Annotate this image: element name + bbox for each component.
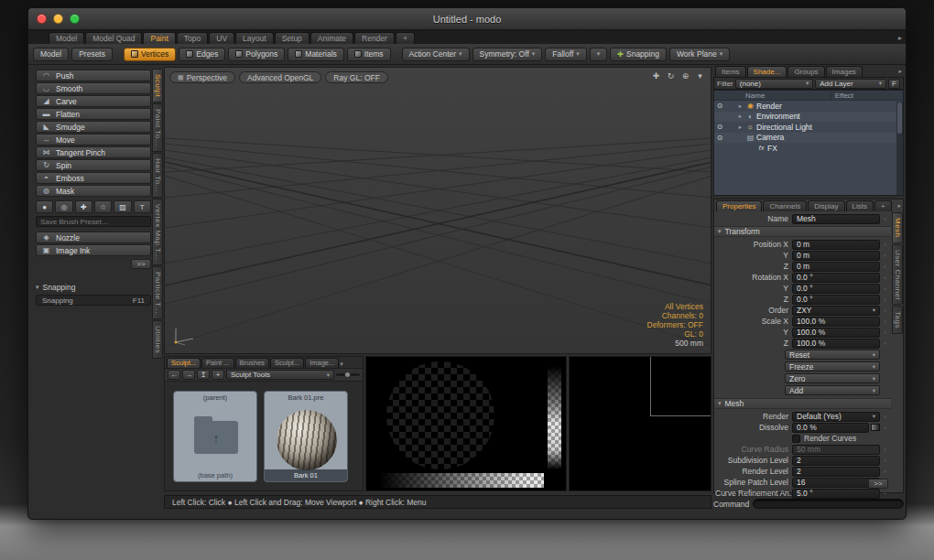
mode-vertices-button[interactable]: Vertices [124,48,176,61]
mode-items-button[interactable]: Items [347,48,391,61]
tab-uv[interactable]: UV [209,32,234,44]
falloff-options-button[interactable]: ▾ [590,48,608,61]
tab-display[interactable]: Display [808,200,844,211]
brush-soft-icon[interactable]: ◎ [55,200,72,213]
column-effect[interactable]: Effect [831,92,903,100]
pan-icon[interactable]: ✚ [651,71,661,81]
list-item-fx[interactable]: fx FX [714,143,903,154]
scale-z-field[interactable]: 100.0 % [792,339,880,349]
slider-knob[interactable] [344,372,351,378]
nozzle-button[interactable]: ◈Nozzle [36,232,151,243]
item-list-scrollbar[interactable] [896,102,903,195]
tab-add[interactable]: + [396,32,415,44]
tool-flatten[interactable]: ▬Flatten [36,108,151,120]
tab-model-quad[interactable]: Model Quad [85,32,142,44]
tab-paint[interactable]: Paint [143,32,175,44]
channel-dot-icon[interactable]: ◦ [880,307,890,315]
filter-dropdown[interactable]: (none)▾ [735,79,813,89]
close-icon[interactable] [37,14,47,24]
brush-hard-icon[interactable]: ● [36,200,53,213]
mode-materials-button[interactable]: Materials [288,48,343,61]
transform-section-header[interactable]: ▾ Transform [714,226,891,237]
scale-x-field[interactable]: 100.0 % [792,317,880,327]
perspective-dropdown[interactable]: ▦Perspective [169,71,235,83]
position-y-field[interactable]: 0 m [792,251,880,261]
eye-icon[interactable]: ⊙ [714,134,725,142]
tab-images[interactable]: Images [826,66,863,77]
tab-items[interactable]: Items [715,66,746,77]
vtab-mesh[interactable]: Mesh [892,212,903,243]
item-tabs-overflow-icon[interactable]: ▸ [898,68,902,75]
channel-dot-icon[interactable]: ◦ [880,318,890,326]
channel-dot-icon[interactable]: ◦ [880,274,890,282]
channel-dot-icon[interactable]: ◦ [880,263,890,271]
tab-model[interactable]: Model [49,32,84,44]
model-button[interactable]: Model [33,48,69,61]
channel-dot-icon[interactable]: ◦ [880,457,890,465]
brush-star-icon[interactable]: ☆ [94,200,112,213]
tab-channels[interactable]: Channels [763,200,807,211]
tab-setup[interactable]: Setup [275,32,310,44]
channel-dot-icon[interactable]: ◦ [880,424,890,432]
channel-dot-icon[interactable]: ◦ [880,241,890,249]
mode-polygons-button[interactable]: Polygons [228,48,285,61]
tab-groups[interactable]: Groups [787,66,824,77]
preset-tab-image[interactable]: Image... [305,358,339,368]
presets-button[interactable]: Presets [71,48,113,61]
channel-dot-icon[interactable]: ◦ [880,468,890,476]
filter-f-button[interactable]: F [888,79,900,89]
tab-overflow-icon[interactable]: ▸ [898,34,902,42]
channel-dot-icon[interactable]: ◦ [880,215,890,223]
action-center-dropdown[interactable]: Action Center▾ [402,48,470,61]
channel-dot-icon[interactable]: ◦ [880,252,890,260]
tool-push[interactable]: ◠Push [36,70,151,81]
preset-tab-sculpt[interactable]: Sculpt... [167,358,201,368]
mode-edges-button[interactable]: Edges [179,48,225,61]
orbit-icon[interactable]: ↻ [666,71,676,81]
brush-airbrush-icon[interactable]: ✚ [75,200,92,213]
render-curves-checkbox[interactable] [792,435,800,443]
name-field[interactable]: Mesh [792,214,880,224]
tool-tangent-pinch[interactable]: ⋈Tangent Pinch [36,146,151,158]
vtab-utilities[interactable]: Utilities [152,320,163,359]
rotation-x-field[interactable]: 0.0 ° [792,273,880,283]
dissolve-mini-slider[interactable] [871,424,880,431]
expander-icon[interactable]: ▸ [736,124,744,131]
tab-topo[interactable]: Topo [177,32,208,44]
tab-animate[interactable]: Animate [310,32,353,44]
snapping-button[interactable]: ✚Snapping [610,48,667,61]
snapping-toggle[interactable]: Snapping F11 [36,295,151,306]
tool-smooth[interactable]: ◡Smooth [36,82,151,94]
brush-alpha-preview[interactable] [365,356,567,491]
tab-render[interactable]: Render [354,32,395,44]
preset-item-parent[interactable]: (parent) ↑ (base path) [173,391,257,482]
rotation-y-field[interactable]: 0.0 ° [792,284,880,294]
vtab-sculpt[interactable]: Sculpt [152,69,163,102]
scrollbar-thumb[interactable] [897,102,902,134]
tools-more-button[interactable]: >> [131,259,151,269]
titlebar[interactable]: Untitled - modo [28,8,906,30]
tab-add-form[interactable]: + [874,200,892,211]
zoom-window-icon[interactable] [70,14,80,24]
back-icon[interactable]: ← [168,370,180,380]
add-preset-icon[interactable]: + [212,370,224,380]
channel-dot-icon[interactable]: ◦ [880,328,890,337]
preset-tab-sculpt2[interactable]: Sculpt... [270,358,304,368]
symmetry-dropdown[interactable]: Symmetry: Off▾ [472,48,543,61]
thumbnail-size-slider[interactable] [336,373,360,376]
shading-mode-dropdown[interactable]: Advanced OpenGL [239,71,321,83]
tool-mask[interactable]: ◍Mask [36,185,151,197]
zoom-icon[interactable]: ⊕ [680,71,690,81]
tool-move[interactable]: ↔Move [36,134,151,145]
list-item-environment[interactable]: ▸ ◐ Environment [714,112,903,123]
image-ink-button[interactable]: ▣Image Ink [36,244,151,256]
tool-smudge[interactable]: ◣Smudge [36,121,151,133]
properties-more-button[interactable]: >> [868,479,888,489]
brush-text-icon[interactable]: T [134,200,151,213]
list-item-camera[interactable]: ⊙ ▤ Camera [714,133,903,144]
render-dropdown[interactable]: Default (Yes)▾ [792,412,880,422]
vtab-user-channel[interactable]: User Channel [892,244,903,306]
channel-dot-icon[interactable]: ◦ [880,285,890,293]
position-x-field[interactable]: 0 m [792,240,880,250]
brush-procedural-icon[interactable]: ▨ [114,200,131,213]
